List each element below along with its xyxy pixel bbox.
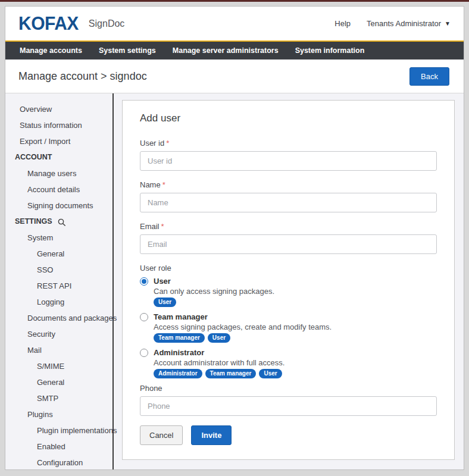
role-badge: User — [154, 298, 176, 307]
phone-label: Phone — [140, 384, 437, 393]
help-link[interactable]: Help — [334, 19, 351, 28]
sidebar-item-system-general[interactable]: General — [5, 246, 112, 262]
role-option-team-manager-badges: Team manager User — [154, 333, 437, 343]
nav-item-manage-server-administrators[interactable]: Manage server administrators — [164, 42, 287, 60]
sidebar-item-smtp[interactable]: SMTP — [5, 390, 112, 406]
search-icon[interactable] — [58, 218, 66, 227]
sidebar-item-status-information[interactable]: Status information — [5, 117, 112, 133]
role-option-user-name[interactable]: User — [154, 277, 171, 286]
title-bar: Manage account > signdoc Back — [5, 60, 464, 93]
sidebar-item-smime[interactable]: S/MIME — [5, 358, 112, 374]
sidebar-item-mail[interactable]: Mail — [5, 342, 112, 358]
invite-button[interactable]: Invite — [191, 425, 232, 445]
required-marker: * — [162, 180, 165, 189]
user-id-label-text: User id — [140, 139, 164, 148]
back-button[interactable]: Back — [409, 67, 449, 86]
user-menu-label: Tenants Administrator — [367, 19, 441, 28]
role-option-team-manager-head[interactable]: Team manager — [140, 312, 437, 321]
email-input[interactable] — [140, 234, 437, 254]
sidebar-item-manage-users[interactable]: Manage users — [5, 165, 112, 181]
sidebar-header-account[interactable]: ACCOUNT — [5, 149, 112, 165]
user-id-group: User id* — [140, 139, 437, 171]
app-window: KOFAX SignDoc Help Tenants Administrator… — [5, 6, 464, 470]
role-option-administrator-name[interactable]: Administrator — [154, 348, 204, 357]
sidebar-item-export-import[interactable]: Export / Import — [5, 133, 112, 149]
sidebar-item-enabled[interactable]: Enabled — [5, 439, 112, 455]
user-role-section: User role User Can only access signing p… — [140, 264, 437, 378]
nav-item-manage-accounts[interactable]: Manage accounts — [11, 42, 90, 60]
add-user-panel: Add user User id* Name* Email* — [122, 100, 455, 460]
content-area: Overview Status information Export / Imp… — [5, 93, 464, 469]
role-option-user: User Can only access signing packages. U… — [140, 277, 437, 307]
product-name: SignDoc — [89, 18, 124, 29]
required-marker: * — [161, 222, 164, 231]
user-menu-dropdown[interactable]: Tenants Administrator ▼ — [367, 19, 451, 28]
sidebar-item-logging[interactable]: Logging — [5, 294, 112, 310]
sidebar: Overview Status information Export / Imp… — [5, 93, 114, 469]
radio-user[interactable] — [140, 277, 148, 286]
name-input[interactable] — [140, 193, 437, 212]
name-label: Name* — [140, 180, 437, 189]
form-title: Add user — [140, 112, 437, 124]
kofax-logo[interactable]: KOFAX — [18, 13, 79, 34]
role-badge: User — [259, 369, 282, 378]
role-badge: Team manager — [154, 333, 205, 343]
sidebar-item-system[interactable]: System — [5, 230, 112, 246]
sidebar-item-documents-and-packages[interactable]: Documents and packages — [5, 310, 112, 326]
phone-input[interactable] — [140, 396, 437, 416]
email-label: Email* — [140, 222, 437, 231]
phone-group: Phone — [140, 384, 437, 416]
user-id-input[interactable] — [140, 151, 437, 171]
role-option-administrator-head[interactable]: Administrator — [140, 348, 437, 357]
cancel-button[interactable]: Cancel — [140, 425, 183, 445]
role-option-team-manager-description: Access signing packages, create and modi… — [154, 322, 437, 331]
sidebar-item-plugins[interactable]: Plugins — [5, 406, 112, 422]
nav-item-system-settings[interactable]: System settings — [90, 42, 164, 60]
email-label-text: Email — [140, 222, 160, 231]
role-option-team-manager: Team manager Access signing packages, cr… — [140, 312, 437, 343]
caret-down-icon: ▼ — [445, 20, 451, 27]
role-option-user-description: Can only access signing packages. — [154, 287, 437, 296]
role-badge: Administrator — [154, 369, 202, 378]
sidebar-item-security[interactable]: Security — [5, 326, 112, 342]
window-top-edge — [0, 0, 469, 2]
sidebar-header-settings[interactable]: SETTINGS — [5, 214, 112, 230]
sidebar-item-configuration[interactable]: Configuration — [5, 455, 112, 469]
role-option-administrator: Administrator Account administrator with… — [140, 348, 437, 378]
sidebar-item-rest-api[interactable]: REST API — [5, 278, 112, 294]
user-role-label: User role — [140, 264, 437, 273]
radio-administrator[interactable] — [140, 349, 148, 357]
sidebar-item-signing-documents[interactable]: Signing documents — [5, 198, 112, 214]
name-label-text: Name — [140, 180, 161, 189]
top-header: KOFAX SignDoc Help Tenants Administrator… — [5, 7, 464, 40]
email-group: Email* — [140, 222, 437, 254]
name-group: Name* — [140, 180, 437, 212]
form-actions: Cancel Invite — [140, 425, 437, 445]
sidebar-item-mail-general[interactable]: General — [5, 374, 112, 390]
header-actions: Help Tenants Administrator ▼ — [334, 19, 451, 28]
role-option-user-head[interactable]: User — [140, 277, 437, 286]
sidebar-header-settings-label: SETTINGS — [15, 214, 52, 230]
role-option-administrator-description: Account administrator with full access. — [154, 358, 437, 367]
sidebar-item-plugin-implementations[interactable]: Plugin implementations — [5, 422, 112, 439]
user-id-label: User id* — [140, 139, 437, 148]
sidebar-item-sso[interactable]: SSO — [5, 262, 112, 278]
main-nav: Manage accounts System settings Manage s… — [5, 40, 464, 60]
role-badge: User — [208, 333, 230, 343]
nav-item-system-information[interactable]: System information — [287, 42, 373, 60]
role-option-user-badges: User — [154, 298, 437, 307]
radio-team-manager[interactable] — [140, 313, 148, 321]
role-option-administrator-badges: Administrator Team manager User — [154, 369, 437, 378]
main-area: Add user User id* Name* Email* — [114, 93, 464, 469]
sidebar-item-overview[interactable]: Overview — [5, 101, 112, 117]
sidebar-item-account-details[interactable]: Account details — [5, 181, 112, 198]
page-title: Manage account > signdoc — [18, 70, 147, 83]
role-option-team-manager-name[interactable]: Team manager — [154, 312, 208, 321]
role-badge: Team manager — [205, 369, 257, 378]
required-marker: * — [166, 139, 169, 148]
